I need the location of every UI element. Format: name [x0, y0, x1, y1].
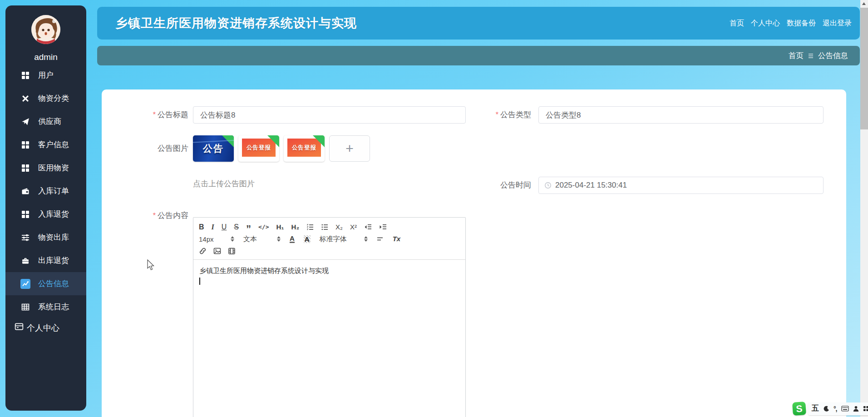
breadcrumb: 首页 公告信息: [97, 46, 860, 65]
sidebar-item-label: 入库订单: [38, 186, 69, 196]
ime-logo-icon[interactable]: S: [792, 402, 806, 416]
sidebar-item-medical-supplies[interactable]: 医用物资: [5, 156, 86, 179]
sliders-icon: [20, 233, 30, 243]
sidebar-item-label: 个人中心: [27, 323, 59, 333]
paragraph-format-select[interactable]: 文本: [243, 235, 281, 243]
image-icon[interactable]: [213, 247, 221, 255]
font-size-select[interactable]: 14px: [199, 235, 234, 243]
sidebar-item-users[interactable]: 用户: [5, 64, 86, 87]
font-family-select[interactable]: 标准字体: [320, 235, 368, 243]
heading1-button[interactable]: H₁: [276, 222, 284, 233]
sidebar-item-supplier[interactable]: 供应商: [5, 110, 86, 133]
grid-icon: [20, 140, 30, 150]
keyboard-icon[interactable]: [841, 406, 849, 412]
superscript-button[interactable]: X²: [350, 222, 357, 233]
sidebar-item-label: 客户信息: [38, 139, 69, 150]
category-icon: [20, 94, 30, 104]
video-icon[interactable]: [228, 247, 236, 255]
sidebar-item-personal-center[interactable]: 个人中心: [5, 322, 86, 333]
time-label: 公告时间: [419, 177, 531, 194]
sidebar-item-material-category[interactable]: 物资分类: [5, 87, 86, 110]
editor-text-line: 乡镇卫生所医用物资进销存系统设计与实现: [199, 265, 459, 276]
clear-format-button[interactable]: Tx: [393, 233, 401, 244]
sidebar-item-outbound[interactable]: 物资出库: [5, 226, 86, 249]
background-color-button[interactable]: A: [304, 235, 311, 243]
chevron-updown-icon: [277, 236, 281, 242]
required-asterisk: *: [153, 212, 156, 219]
blockquote-button[interactable]: ”: [246, 226, 251, 232]
editor-toolbar: B I U S ” </> H₁ H₂ X₂ X²: [193, 218, 465, 260]
avatar: [31, 15, 60, 44]
type-label: *公告类型: [419, 106, 531, 124]
outdent-icon[interactable]: [364, 223, 372, 231]
editor-content-area[interactable]: 乡镇卫生所医用物资进销存系统设计与实现: [193, 260, 465, 417]
heading2-button[interactable]: H₂: [291, 222, 300, 233]
image-upload-button[interactable]: +: [329, 135, 370, 162]
table-icon: [20, 302, 30, 312]
sidebar-item-label: 物资出库: [38, 232, 69, 243]
ordered-list-icon[interactable]: [306, 223, 314, 231]
text-color-button[interactable]: A: [290, 235, 295, 243]
ime-tray: 五 °,: [808, 402, 868, 415]
announcement-image-thumb[interactable]: 公告登报: [238, 135, 279, 162]
nav-home[interactable]: 首页: [730, 19, 744, 28]
briefcase-icon: [20, 256, 30, 266]
sidebar-item-outbound-return[interactable]: 出库退货: [5, 249, 86, 272]
strikethrough-button[interactable]: S: [234, 222, 239, 233]
clock-icon: [544, 182, 552, 189]
app-header: 乡镇卫生所医用物资进销存系统设计与实现 首页 个人中心 数据备份 退出登录: [97, 7, 860, 40]
toolbox-grid-icon[interactable]: [863, 406, 868, 412]
moon-icon[interactable]: [823, 406, 829, 412]
scrollbar-thumb[interactable]: [860, 8, 868, 129]
bold-button[interactable]: B: [199, 222, 204, 233]
content-label: *公告内容: [102, 210, 188, 221]
time-input[interactable]: 2025-04-21 15:30:41: [538, 177, 824, 194]
sidebar-item-label: 供应商: [38, 116, 61, 127]
grid-icon: [20, 70, 30, 80]
chevron-updown-icon: [364, 236, 368, 242]
underline-button[interactable]: U: [222, 222, 227, 233]
breadcrumb-home[interactable]: 首页: [789, 51, 804, 61]
nav-data-backup[interactable]: 数据备份: [787, 19, 816, 28]
italic-button[interactable]: I: [212, 222, 214, 233]
image-label: 公告图片: [102, 135, 188, 162]
time-value: 2025-04-21 15:30:41: [555, 181, 627, 190]
grid-icon: [20, 209, 30, 219]
required-asterisk: *: [153, 111, 156, 119]
link-icon[interactable]: [199, 247, 207, 255]
sidebar-item-label: 物资分类: [38, 93, 69, 104]
plus-icon: +: [345, 141, 354, 156]
scroll-up-arrow-icon[interactable]: [862, 2, 866, 5]
title-label: *公告标题: [102, 106, 188, 124]
sidebar-item-system-log[interactable]: 系统日志: [5, 295, 86, 318]
announcement-image-thumb[interactable]: 公告登报: [284, 135, 325, 162]
text-cursor: [199, 278, 200, 285]
vertical-scrollbar[interactable]: [860, 0, 868, 417]
thumb-text: 公告: [202, 142, 225, 155]
user-icon[interactable]: [853, 406, 859, 412]
subscript-button[interactable]: X₂: [335, 222, 343, 233]
sidebar-item-inbound-return[interactable]: 入库退货: [5, 203, 86, 226]
sidebar: admin 用户 物资分类 供应商 客户信息: [5, 5, 86, 411]
code-button[interactable]: </>: [258, 222, 269, 233]
chart-icon: [20, 279, 30, 289]
indent-icon[interactable]: [379, 223, 387, 231]
ime-punctuation-mode[interactable]: °,: [833, 405, 837, 412]
align-icon[interactable]: [377, 236, 384, 243]
sidebar-item-label: 出库退货: [38, 255, 69, 266]
sidebar-item-announcement[interactable]: 公告信息: [5, 272, 86, 295]
breadcrumb-separator-icon: [808, 53, 814, 59]
chevron-updown-icon: [231, 236, 234, 242]
sidebar-item-label: 系统日志: [38, 302, 69, 312]
ime-wubi-mode[interactable]: 五: [812, 404, 819, 413]
nav-logout[interactable]: 退出登录: [823, 19, 852, 28]
type-input[interactable]: [538, 106, 824, 124]
username: admin: [5, 52, 86, 62]
unordered-list-icon[interactable]: [321, 223, 328, 231]
nav-personal-center[interactable]: 个人中心: [751, 19, 780, 28]
sidebar-item-inbound-order[interactable]: 入库订单: [5, 179, 86, 203]
sidebar-item-customer-info[interactable]: 客户信息: [5, 133, 86, 156]
announcement-image-thumb[interactable]: 公告: [193, 135, 234, 162]
rich-text-editor: B I U S ” </> H₁ H₂ X₂ X²: [193, 217, 466, 417]
required-asterisk: *: [496, 111, 498, 119]
